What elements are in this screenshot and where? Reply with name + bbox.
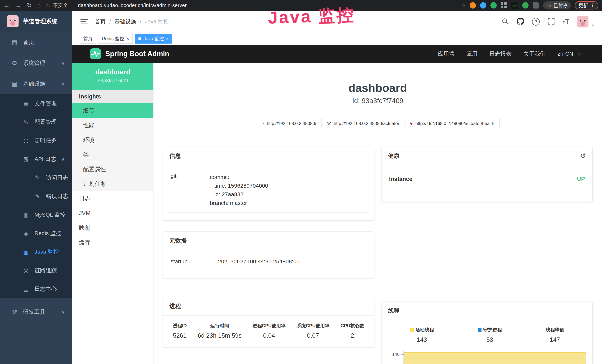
health-card: 健康 ↺ Instance UP	[382, 147, 592, 202]
help-icon[interactable]: ?	[532, 18, 540, 26]
tag-redis-monitor[interactable]: Redis 监控 ×	[98, 34, 133, 43]
grid-extension-icon[interactable]	[501, 2, 507, 8]
actuator-url: http://192.168.0.2:48080/actuator	[334, 121, 399, 126]
leaf-extension-icon[interactable]	[522, 2, 528, 9]
breadcrumb-infrastructure[interactable]: 基础设施	[115, 18, 136, 25]
instance-name: dashboard	[76, 68, 150, 76]
process-col-system-cpu: 系统CPU使用率 0.07	[297, 323, 330, 339]
sba-item-environment[interactable]: 环境	[72, 133, 153, 147]
live-threads-area	[404, 352, 586, 364]
actuator-url-button[interactable]: ⚒ http://192.168.0.2:48080/actuator	[322, 118, 405, 129]
info-line: branch: master	[210, 199, 366, 207]
on-badge-extension-icon[interactable]: on	[511, 2, 518, 9]
search-icon[interactable]	[502, 18, 509, 26]
history-icon[interactable]: ↺	[580, 152, 586, 160]
sidebar-item-java-monitor[interactable]: ▣ Java 监控	[0, 243, 72, 261]
sidebar-item-label: API 日志	[34, 155, 56, 163]
sidebar-item-label: 日志中心	[34, 285, 57, 293]
paused-badge[interactable]: ☺ 已暂停	[543, 1, 571, 10]
sidebar-item-scheduled-jobs[interactable]: ◷ 定时任务	[0, 131, 72, 150]
health-card-title: 健康	[388, 152, 399, 160]
bookmark-star-icon[interactable]: ☆	[461, 2, 466, 9]
github-icon[interactable]	[517, 18, 524, 26]
sba-item-details[interactable]: 细节	[72, 103, 153, 118]
close-icon[interactable]: ×	[127, 37, 129, 41]
sidebar-item-config-mgmt[interactable]: ✎ 配置管理	[0, 113, 72, 131]
sidebar-item-home[interactable]: ▦ 首页	[0, 32, 72, 53]
sba-item-scheduled-tasks[interactable]: 计划任务	[72, 177, 153, 191]
metadata-key: startup	[171, 258, 218, 265]
back-icon[interactable]: ←	[4, 2, 10, 9]
green-extension-icon[interactable]	[490, 2, 497, 9]
drop-extension-icon[interactable]	[480, 2, 486, 9]
legend-value: 147	[546, 336, 564, 343]
sba-nav-about[interactable]: 关于我们	[523, 50, 546, 58]
sba-item-config-props[interactable]: 配置属性	[72, 162, 153, 177]
sidebar-item-access-logs[interactable]: ✎ 访问日志	[0, 168, 72, 187]
sba-locale-select[interactable]: zh-CN	[558, 51, 573, 57]
puzzle-extension-icon[interactable]	[533, 2, 539, 9]
address-bar[interactable]: ⚠ 不安全 dashboard.yudao.iocoder.cn/infra/a…	[46, 2, 457, 9]
user-avatar[interactable]	[577, 16, 589, 27]
file-icon: ▤	[22, 100, 30, 107]
sidebar-item-label: 链路追踪	[34, 267, 57, 274]
sidebar-item-label: MySQL 监控	[34, 211, 65, 219]
sba-item-metrics[interactable]: 性能	[72, 118, 153, 133]
sidebar-item-redis-monitor[interactable]: ◈ Redis 监控	[0, 224, 72, 243]
breadcrumb-home[interactable]: 首页	[95, 18, 106, 25]
process-col-value: 2	[341, 332, 364, 339]
sidebar-item-api-logs[interactable]: ▧ API 日志 ∧	[0, 150, 72, 168]
sba-brand[interactable]: Spring Boot Admin	[90, 48, 169, 59]
process-col-cpu-cores: CPU核心数 2	[341, 323, 364, 339]
breadcrumb: 首页 / 基础设施 / Java 监控	[95, 18, 169, 25]
access-log-icon: ✎	[33, 174, 42, 181]
refresh-icon[interactable]: ↻	[27, 2, 32, 9]
sba-item-logs[interactable]: 日志	[72, 191, 153, 206]
sidebar-item-error-logs[interactable]: ✎ 错误日志	[0, 187, 72, 205]
chevron-down-icon: ∨	[61, 309, 65, 315]
chrome-update-button[interactable]: 更新 ⋮	[575, 1, 598, 10]
instance-links: ⌂ http://192.168.0.2:48080/ ⚒ http://192…	[163, 118, 592, 129]
sidebar-item-tracing[interactable]: ◎ 链路追踪	[0, 261, 72, 280]
sba-instance-header[interactable]: dashboard 93a3fc7f7409	[72, 63, 153, 90]
active-dot	[138, 37, 141, 40]
sba-item-classes[interactable]: 类	[72, 147, 153, 162]
hamburger-icon[interactable]	[80, 18, 88, 25]
sidebar-item-infrastructure[interactable]: ▣ 基础设施 ∧	[0, 74, 72, 94]
health-url-button[interactable]: ♥ http://192.168.0.2:48080/actuator/heal…	[405, 118, 500, 129]
process-col-label: 进程ID	[173, 323, 187, 329]
sba-nav-wallboard[interactable]: 应用墙	[438, 50, 454, 58]
sba-item-mappings[interactable]: 映射	[72, 221, 153, 235]
sidebar-item-system-mgmt[interactable]: ⚙ 系统管理 ∨	[0, 53, 72, 74]
sba-nav-journal[interactable]: 日志报表	[489, 50, 512, 58]
font-size-icon[interactable]: TT	[563, 18, 569, 26]
avatar-caret-icon[interactable]: ▾	[592, 23, 594, 28]
forward-icon[interactable]: →	[15, 2, 21, 9]
service-url-button[interactable]: ⌂ http://192.168.0.2:48080/	[256, 118, 322, 129]
fullscreen-icon[interactable]	[548, 18, 555, 26]
wrench-icon: ⚒	[327, 121, 331, 127]
info-line: commit:	[210, 173, 366, 182]
sidebar-item-dev-tools[interactable]: ⚒ 研发工具 ∨	[0, 301, 72, 322]
sba-item-caches[interactable]: 缓存	[72, 235, 153, 250]
fox-extension-icon[interactable]	[470, 2, 476, 9]
sidebar-item-log-center[interactable]: ▤ 日志中心	[0, 280, 72, 298]
process-col-uptime: 运行时间 6d 23h 15m 59s	[198, 323, 242, 339]
metadata-value: 2021-04-27T00:44:31.254+08:00	[218, 258, 300, 265]
url-text[interactable]: dashboard.yudao.iocoder.cn/infra/admin-s…	[78, 3, 187, 8]
threads-legend-daemon: 守护进程 53	[478, 327, 502, 343]
metadata-card: 元数据 startup 2021-04-27T00:44:31.254+08:0…	[163, 232, 374, 278]
tag-home[interactable]: 首页	[80, 34, 96, 43]
app-logo[interactable]: 芋道管理系统	[0, 11, 72, 32]
kebab-menu-icon[interactable]: ⋮	[590, 3, 595, 8]
security-label[interactable]: 不安全	[53, 2, 68, 9]
sba-nav-applications[interactable]: 应用	[466, 50, 477, 58]
tag-java-monitor[interactable]: Java 监控 ×	[135, 34, 172, 43]
close-icon[interactable]: ×	[166, 37, 169, 41]
sidebar-item-label: 系统管理	[23, 59, 45, 67]
legend-label: 活动线程	[416, 327, 434, 333]
sidebar-item-file-mgmt[interactable]: ▤ 文件管理	[0, 94, 72, 113]
sidebar-item-mysql-monitor[interactable]: ▥ MySQL 监控	[0, 205, 72, 224]
sba-item-jvm[interactable]: JVM	[72, 206, 153, 221]
home-icon[interactable]: ⌂	[37, 2, 41, 9]
